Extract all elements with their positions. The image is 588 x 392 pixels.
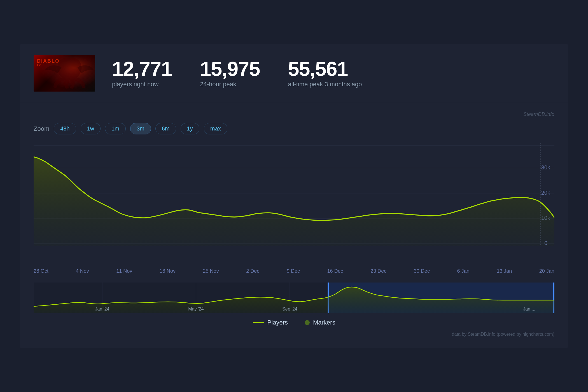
x-label-4nov: 4 Nov [76, 268, 89, 274]
chart-container: SteamDB.info Zoom 48h 1w 1m 3m 6m 1y max [20, 103, 568, 348]
alltime-peak-stat: 55,561 all-time peak 3 months ago [288, 59, 362, 88]
peak-24h-value: 15,975 [200, 59, 260, 79]
x-label-28oct: 28 Oct [34, 268, 48, 274]
game-art: DIABLOIV [34, 55, 95, 92]
mini-chart-area: Jan '24 May '24 Sep '24 Jan ... [34, 283, 554, 313]
alltime-peak-label: all-time peak 3 months ago [288, 81, 362, 88]
svg-text:20k: 20k [541, 190, 550, 196]
legend-players-line [253, 322, 264, 323]
svg-text:30k: 30k [541, 164, 550, 171]
zoom-1m[interactable]: 1m [105, 123, 126, 134]
current-players-label: players right now [112, 81, 158, 88]
steamdb-credit: SteamDB.info [34, 111, 554, 117]
main-chart-wrapper: 0 10k 20k 30k 28 Oct 4 Nov 11 Nov 18 N [34, 143, 554, 274]
svg-text:May '24: May '24 [188, 307, 204, 311]
zoom-label: Zoom [34, 125, 49, 132]
x-label-6jan: 6 Jan [457, 268, 470, 274]
main-chart-svg: 0 10k 20k 30k [34, 143, 554, 266]
zoom-bar: Zoom 48h 1w 1m 3m 6m 1y max [34, 123, 554, 134]
x-label-25nov: 25 Nov [203, 268, 219, 274]
zoom-6m[interactable]: 6m [155, 123, 176, 134]
legend-markers-label: Markers [313, 319, 335, 326]
main-chart-area: 0 10k 20k 30k [34, 143, 554, 266]
x-axis-labels: 28 Oct 4 Nov 11 Nov 18 Nov 25 Nov 2 Dec … [34, 266, 554, 274]
data-credit: data by SteamDB.info (powered by highcha… [34, 329, 554, 345]
svg-text:Jan '24: Jan '24 [95, 307, 109, 311]
x-label-16dec: 16 Dec [327, 268, 343, 274]
x-label-13jan: 13 Jan [497, 268, 512, 274]
header-section: DIABLOIV [20, 44, 568, 103]
legend-markers-dot [305, 320, 310, 325]
legend-players-label: Players [267, 319, 288, 326]
mini-chart-wrapper: Jan '24 May '24 Sep '24 Jan ... [34, 283, 554, 313]
x-label-20jan: 20 Jan [539, 268, 554, 274]
alltime-peak-value: 55,561 [288, 59, 348, 79]
x-label-2dec: 2 Dec [246, 268, 259, 274]
zoom-48h[interactable]: 48h [54, 123, 76, 134]
zoom-3m[interactable]: 3m [130, 123, 151, 134]
mini-chart-svg: Jan '24 May '24 Sep '24 Jan ... [34, 283, 554, 313]
x-label-23dec: 23 Dec [370, 268, 386, 274]
zoom-1y[interactable]: 1y [181, 123, 199, 134]
peak-24h-label: 24-hour peak [200, 81, 236, 88]
main-container: DIABLOIV [20, 44, 568, 348]
peak-24h-stat: 15,975 24-hour peak [200, 59, 260, 88]
game-thumbnail: DIABLOIV [34, 55, 95, 92]
legend-players: Players [253, 319, 288, 326]
chart-legend: Players Markers [34, 313, 554, 329]
svg-text:Sep '24: Sep '24 [282, 307, 297, 311]
svg-text:Jan ...: Jan ... [523, 307, 535, 311]
zoom-1w[interactable]: 1w [81, 123, 101, 134]
x-label-18nov: 18 Nov [160, 268, 176, 274]
current-players-value: 12,771 [112, 59, 172, 79]
x-label-9dec: 9 Dec [287, 268, 300, 274]
x-label-30dec: 30 Dec [414, 268, 430, 274]
legend-markers: Markers [305, 319, 335, 326]
current-players-stat: 12,771 players right now [112, 59, 172, 88]
stats-group: 12,771 players right now 15,975 24-hour … [112, 59, 554, 88]
zoom-max[interactable]: max [204, 123, 227, 134]
x-label-11nov: 11 Nov [116, 268, 132, 274]
